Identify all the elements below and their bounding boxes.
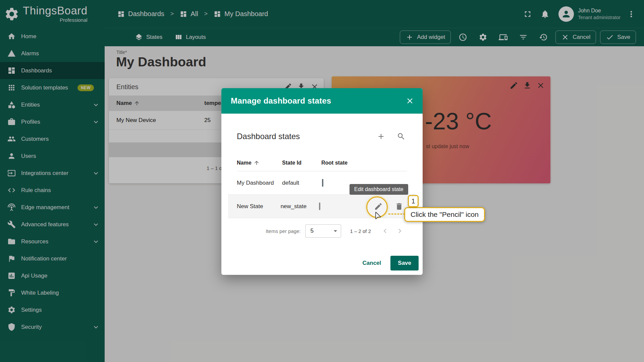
root-state-checkbox[interactable]	[319, 202, 320, 210]
close-icon	[406, 97, 414, 105]
edit-dashboard-state-tooltip: Edit dashboard state	[350, 184, 408, 195]
search-states-button[interactable]	[393, 128, 409, 144]
column-label: Name	[237, 160, 252, 166]
state-row-new-state[interactable]: New State new_state	[228, 195, 416, 218]
search-icon	[397, 132, 406, 141]
column-header-state-id[interactable]: State Id	[282, 160, 321, 166]
cell-state-name: My Dashboard	[237, 180, 282, 186]
dialog-close-button[interactable]	[402, 93, 418, 109]
dialog-footer: Cancel Save	[357, 256, 419, 270]
dialog-title: Manage dashboard states	[231, 96, 402, 106]
cell-root-state	[318, 203, 370, 210]
dialog-header: Manage dashboard states	[221, 88, 423, 114]
items-per-page-label: Items per page:	[266, 228, 301, 234]
save-button[interactable]: Save	[390, 256, 419, 270]
column-header-root-state[interactable]: Root state	[321, 160, 375, 166]
dropdown-arrow-icon	[331, 227, 339, 235]
items-per-page-value: 5	[310, 228, 331, 234]
cell-state-id: default	[282, 180, 321, 186]
cancel-button[interactable]: Cancel	[357, 256, 387, 270]
paginator-range-label: 1 – 2 of 2	[350, 228, 371, 234]
root-state-checkbox[interactable]	[322, 179, 323, 187]
chevron-left-icon	[381, 227, 389, 235]
sort-ascending-icon	[254, 160, 260, 166]
manage-dashboard-states-dialog: Manage dashboard states Dashboard states…	[221, 88, 423, 275]
thingsboard-app: ThingsBoard Professional Home Alarms Das…	[0, 0, 644, 362]
previous-page-button[interactable]	[378, 224, 392, 238]
plus-icon	[377, 132, 385, 141]
trash-icon	[395, 202, 404, 211]
dialog-section-header: Dashboard states	[237, 128, 409, 144]
items-per-page-select[interactable]: 5	[305, 224, 341, 238]
add-state-button[interactable]	[373, 128, 389, 144]
annotation-connector-line	[388, 214, 405, 215]
states-paginator: Items per page: 5 1 – 2 of 2	[237, 221, 407, 241]
chevron-right-icon	[395, 227, 404, 235]
annotation-instruction-label: Click the "Pencil" icon	[404, 207, 485, 222]
cell-state-id: new_state	[280, 203, 318, 210]
cursor-icon	[374, 211, 382, 220]
column-header-name[interactable]: Name	[237, 160, 282, 166]
section-title: Dashboard states	[237, 132, 373, 141]
next-page-button[interactable]	[392, 224, 407, 238]
annotation-step-badge: 1	[408, 195, 419, 207]
states-table-header: Name State Id Root state	[237, 155, 407, 171]
cell-state-name: New State	[237, 203, 280, 210]
